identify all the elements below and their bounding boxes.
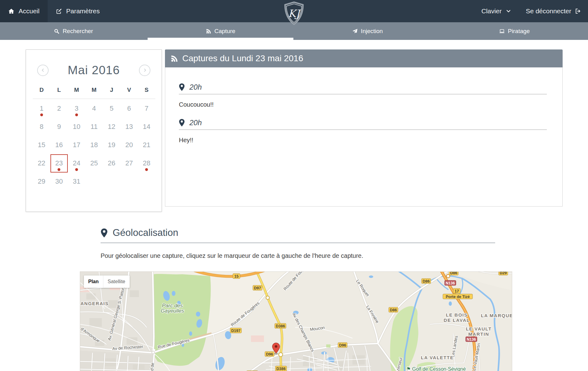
svg-text:D86: D86 bbox=[423, 279, 430, 284]
geolocation-section: Géolocalisation Pour géolocaliser une ca… bbox=[101, 227, 495, 259]
nav-item-label: Accueil bbox=[19, 7, 40, 15]
logout-button[interactable]: Se déconnecter bbox=[526, 7, 581, 15]
calendar-day[interactable]: 19 bbox=[103, 136, 120, 154]
capture-entry-header: 20h bbox=[179, 118, 547, 130]
calendar-card: Mai 2016 DLMMJVS 12345678910111213141516… bbox=[26, 49, 162, 212]
map-label: Parc desGayeulles bbox=[161, 303, 184, 314]
calendar-day[interactable]: 26 bbox=[103, 154, 120, 173]
svg-text:N136: N136 bbox=[446, 281, 455, 285]
calendar-day[interactable]: 27 bbox=[120, 154, 138, 173]
calendar-day[interactable]: 23 bbox=[50, 154, 68, 173]
calendar-day[interactable]: 21 bbox=[138, 136, 155, 154]
calendar-divider bbox=[33, 99, 155, 99]
keyboard-menu[interactable]: Clavier bbox=[482, 7, 512, 15]
calendar-day[interactable]: 24 bbox=[68, 154, 85, 173]
map-label: LE BOISDE LAVAL bbox=[444, 312, 470, 323]
road-badge-n136: N136 bbox=[466, 337, 477, 342]
tab-piratage[interactable]: Piratage bbox=[441, 22, 588, 40]
chevron-down-icon bbox=[505, 8, 512, 14]
weekday-label: L bbox=[50, 87, 68, 93]
calendar-day[interactable]: 30 bbox=[50, 173, 68, 191]
search-icon bbox=[54, 28, 59, 34]
weekday-label: S bbox=[138, 87, 155, 93]
tab-injection[interactable]: Injection bbox=[294, 22, 441, 40]
calendar-day[interactable]: 7 bbox=[138, 100, 155, 118]
road-badge-d86: D86 bbox=[422, 279, 431, 284]
top-navbar: Accueil Paramètres KJ Clavier Se déconne… bbox=[0, 0, 588, 22]
tab-capture[interactable]: Capture bbox=[147, 22, 294, 40]
nav-item-label: Paramètres bbox=[66, 7, 100, 15]
calendar-next-button[interactable] bbox=[139, 65, 150, 76]
calendar-day[interactable]: 29 bbox=[33, 173, 50, 191]
capture-dot bbox=[75, 113, 78, 116]
calendar-day[interactable]: 4 bbox=[85, 100, 103, 118]
svg-text:D386: D386 bbox=[276, 367, 286, 371]
captures-panel-header: Captures du Lundi 23 mai 2016 bbox=[165, 49, 563, 67]
road-badge-d386: D386 bbox=[275, 366, 287, 371]
calendar-day[interactable]: 20 bbox=[120, 136, 138, 154]
geolocation-description: Pour géolocaliser une capture, cliquez s… bbox=[101, 252, 495, 259]
nav-item-parametres[interactable]: Paramètres bbox=[48, 0, 108, 22]
calendar-day[interactable]: 1 bbox=[33, 100, 50, 118]
map[interactable]: Plan Satellite bbox=[80, 271, 512, 371]
svg-text:17: 17 bbox=[455, 289, 459, 293]
calendar-prev-button[interactable] bbox=[37, 65, 49, 76]
weekday-label: D bbox=[33, 87, 50, 93]
calendar-day[interactable]: 31 bbox=[68, 173, 85, 191]
capture-text: Coucoucou!! bbox=[179, 101, 547, 108]
nav-item-accueil[interactable]: Accueil bbox=[0, 0, 48, 22]
capture-entry: 20h Hey!! bbox=[179, 118, 547, 144]
calendar-day[interactable]: 9 bbox=[50, 118, 68, 136]
map-marker-icon[interactable] bbox=[179, 119, 185, 127]
calendar-day[interactable]: 10 bbox=[68, 118, 85, 136]
map-label: ⚑ Golf de Cesson-Sévigné bbox=[406, 366, 466, 371]
svg-text:15: 15 bbox=[234, 274, 239, 279]
svg-text:D29: D29 bbox=[500, 272, 507, 275]
calendar-day[interactable]: 18 bbox=[85, 136, 103, 154]
capture-entry-header: 20h bbox=[179, 83, 547, 94]
calendar-day[interactable]: 6 bbox=[120, 100, 138, 118]
map-label: Bd de bbox=[149, 362, 155, 371]
calendar-day[interactable]: 17 bbox=[68, 136, 85, 154]
svg-text:D96: D96 bbox=[339, 343, 346, 348]
sign-out-icon bbox=[575, 8, 581, 14]
svg-text:D86: D86 bbox=[450, 272, 457, 275]
map-marker-icon[interactable] bbox=[179, 83, 185, 91]
calendar-day[interactable]: 2 bbox=[50, 100, 68, 118]
map-canvas[interactable]: 15D97D197D386D96D386D197D86D29D86N13617P… bbox=[80, 272, 512, 371]
geolocation-header: Géolocalisation bbox=[101, 227, 495, 238]
calendar-day[interactable]: 16 bbox=[50, 136, 68, 154]
calendar-day[interactable]: 8 bbox=[33, 118, 50, 136]
tab-rechercher[interactable]: Rechercher bbox=[0, 22, 147, 40]
brand-letters: KJ bbox=[288, 7, 301, 19]
tab-label: Piratage bbox=[508, 28, 530, 35]
calendar-day[interactable]: 12 bbox=[103, 118, 120, 136]
calendar-day[interactable]: 3 bbox=[68, 100, 85, 118]
calendar-day[interactable]: 15 bbox=[33, 136, 50, 154]
weekday-label: M bbox=[85, 87, 103, 93]
calendar-day[interactable]: 14 bbox=[138, 118, 155, 136]
weekday-label: V bbox=[120, 87, 138, 93]
road-badge-porte-de-tizé: Porte de Tizé bbox=[443, 294, 473, 299]
capture-dot bbox=[75, 168, 78, 171]
calendar-day[interactable]: 5 bbox=[103, 100, 120, 118]
map-satellite-button[interactable]: Satellite bbox=[103, 275, 130, 288]
weekday-label: M bbox=[68, 87, 85, 93]
calendar-day[interactable]: 22 bbox=[33, 154, 50, 173]
road-badge-d96: D96 bbox=[265, 352, 274, 356]
calendar-weekday-row: DLMMJVS bbox=[33, 87, 155, 93]
calendar-day[interactable]: 25 bbox=[85, 154, 103, 173]
map-type-control: Plan Satellite bbox=[84, 275, 130, 288]
road-badge-d86: D86 bbox=[449, 272, 458, 275]
calendar-day[interactable]: 11 bbox=[85, 118, 103, 136]
captures-panel-body: 20h Coucoucou!! 20h Hey!! bbox=[165, 67, 563, 207]
geolocation-divider bbox=[101, 243, 495, 243]
road-badge-d29: D29 bbox=[499, 272, 508, 275]
svg-text:D386: D386 bbox=[276, 324, 285, 328]
road-badge-d386: D386 bbox=[275, 323, 286, 328]
map-plan-button[interactable]: Plan bbox=[84, 275, 103, 288]
calendar-day[interactable]: 13 bbox=[120, 118, 138, 136]
svg-text:D197: D197 bbox=[231, 329, 240, 333]
capture-time: 20h bbox=[189, 118, 202, 127]
calendar-day[interactable]: 28 bbox=[138, 154, 155, 173]
